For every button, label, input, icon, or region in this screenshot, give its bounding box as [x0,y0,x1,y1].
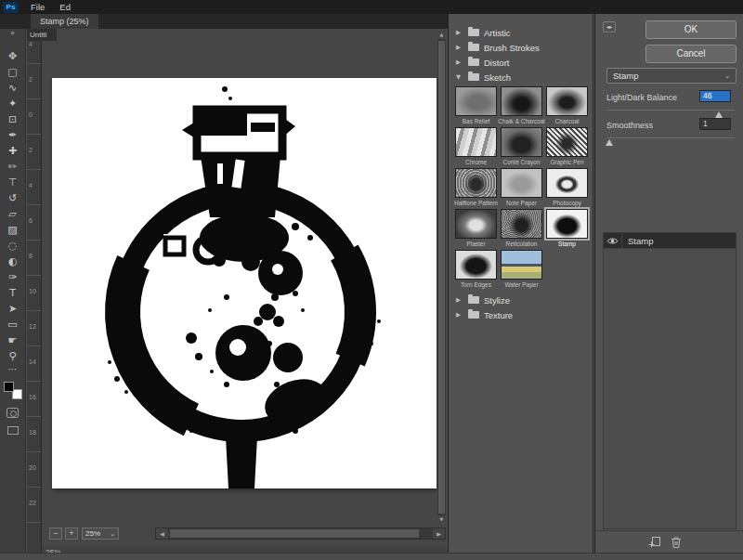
crop-tool[interactable]: ⊡ [0,111,25,127]
eraser-tool[interactable]: ▱ [0,206,25,222]
filter-thumb-cont-crayon[interactable]: Conté Crayon [501,127,542,165]
filter-thumb-torn-edges[interactable]: Torn Edges [455,250,497,288]
dodge-tool[interactable]: ◐ [0,254,25,269]
shape-tool[interactable]: ▭ [0,317,25,332]
chevron-down-icon: ⌄ [724,72,730,80]
blur-tool[interactable]: ◌ [0,238,25,254]
disclosure-triangle-icon: ▶ [456,59,463,66]
filter-thumb-chalk-charcoal[interactable]: Chalk & Charcoal [501,86,542,124]
scroll-right-icon[interactable]: ▶ [433,528,445,539]
horizontal-scrollbar[interactable]: ◀ ▶ [155,527,446,540]
filter-thumb-photocopy[interactable]: Photocopy [546,168,588,206]
folder-icon [468,73,479,81]
type-tool[interactable]: T [0,285,25,301]
screen-mode-icon[interactable] [7,426,19,435]
category-artistic[interactable]: ▶Artistic [449,25,593,40]
category-stylize[interactable]: ▶Stylize [449,293,593,307]
scroll-left-icon[interactable]: ◀ [156,528,168,539]
filter-thumb-charcoal[interactable]: Charcoal [546,86,588,124]
filter-thumb-note-paper[interactable]: Note Paper [501,168,542,206]
effect-layer-row[interactable]: Stamp [604,233,736,249]
pen-tool[interactable]: ✑ [0,269,25,285]
quick-selection-tool[interactable]: ✦ [0,96,25,111]
vertical-scroll-thumb[interactable] [438,41,445,514]
quick-mask-icon[interactable] [7,408,19,418]
ruler-number: 4 [29,182,33,189]
filter-thumb-water-paper[interactable]: Water Paper [501,250,542,288]
ruler-number: 16 [29,394,36,400]
filter-thumb-bas-relief[interactable]: Bas Relief [455,86,497,124]
filter-thumb-stamp[interactable]: Stamp [546,209,588,247]
slider-handle[interactable] [606,139,613,146]
filter-list-panel: ▶Artistic▶Brush Strokes▶Distort▼Sketch B… [448,14,593,553]
brush-tool[interactable]: ✏ [0,159,25,175]
new-effect-layer-button[interactable] [648,536,661,553]
smoothness-slider[interactable] [606,135,735,146]
menu-bar: Ps File Ed [0,0,743,14]
category-texture[interactable]: ▶Texture [449,307,593,322]
filter-thumb-chrome[interactable]: Chrome [455,127,497,165]
zoom-level-value: 25% [85,529,100,538]
filter-thumb-reticulation[interactable]: Reticulation [501,209,542,247]
gradient-tool[interactable]: ▨ [0,222,25,238]
filter-thumbnail [455,168,497,198]
healing-brush-tool[interactable]: ✚ [0,143,25,159]
folder-icon [468,59,479,66]
toolbar-collapse-icon[interactable]: » [0,29,25,41]
ok-button[interactable]: OK [645,20,736,39]
scroll-up-icon[interactable]: ▲ [437,31,446,39]
hand-tool[interactable]: ☛ [0,332,25,348]
filter-thumbnail [501,209,542,239]
foreground-color-swatch[interactable] [4,382,14,392]
filter-thumbnail [455,209,497,239]
menu-file[interactable]: File [23,0,52,14]
vertical-ruler: 420246810121416182022 [27,29,42,560]
filter-select[interactable]: Stamp ⌄ [606,68,736,84]
filter-thumb-halftone-pattern[interactable]: Halftone Pattern [455,168,497,206]
filter-thumb-graphic-pen[interactable]: Graphic Pen [546,127,588,165]
smoothness-input[interactable]: 1 [699,118,731,130]
vertical-scrollbar[interactable]: ▲ ▼ [437,31,446,524]
slider-handle[interactable] [715,111,723,118]
disclosure-triangle-icon: ▶ [456,29,463,36]
cancel-button[interactable]: Cancel [645,45,736,63]
path-selection-tool[interactable]: ➤ [0,301,25,317]
delete-effect-layer-button[interactable] [671,536,682,553]
effect-layers-list: Stamp [603,232,736,529]
ruler-number: 6 [29,217,33,224]
lasso-tool[interactable]: ∿ [0,80,25,96]
visibility-toggle[interactable] [604,233,622,248]
document-tab[interactable]: Untitl [27,29,57,41]
filter-thumbnail [501,168,542,198]
disclosure-triangle-icon: ▶ [456,44,463,51]
clone-stamp-tool[interactable]: ⊤ [0,175,25,190]
filter-thumb-label: Graphic Pen [541,159,593,165]
scroll-down-icon[interactable]: ▼ [437,515,446,524]
filter-thumbnail [501,86,542,116]
category-sketch[interactable]: ▼Sketch [449,70,593,85]
light-dark-balance-input[interactable]: 46 [699,90,731,102]
marquee-tool[interactable]: ▢ [0,64,25,80]
eyedropper-tool[interactable]: ✒ [0,127,25,143]
zoom-level-select[interactable]: 25% ⌄ [82,527,119,540]
panel-collapse-icon[interactable]: ◂▸ [603,21,616,33]
move-tool[interactable]: ✥ [0,48,25,64]
ruler-number: 2 [29,147,33,153]
menu-edit[interactable]: Ed [52,0,78,14]
category-distort[interactable]: ▶Distort [449,55,593,70]
filter-thumb-plaster[interactable]: Plaster [455,209,497,247]
zoom-tool[interactable]: ⚲ [0,348,25,364]
ruler-number: 4 [29,41,33,47]
preview-tab[interactable]: Stamp (25%) [31,14,98,29]
zoom-in-button[interactable]: + [65,527,78,540]
ruler-number: 2 [29,76,33,83]
light-dark-balance-slider[interactable] [606,107,735,118]
toolbar-more-icon[interactable]: ⋯ [0,364,25,377]
category-brush-strokes[interactable]: ▶Brush Strokes [449,40,593,55]
zoom-out-button[interactable]: − [49,527,62,540]
preview-canvas[interactable] [52,78,437,488]
filter-thumb-label: Charcoal [541,118,593,124]
horizontal-scroll-thumb[interactable] [170,529,419,538]
category-label: Brush Strokes [484,43,540,53]
history-brush-tool[interactable]: ↺ [0,190,25,206]
